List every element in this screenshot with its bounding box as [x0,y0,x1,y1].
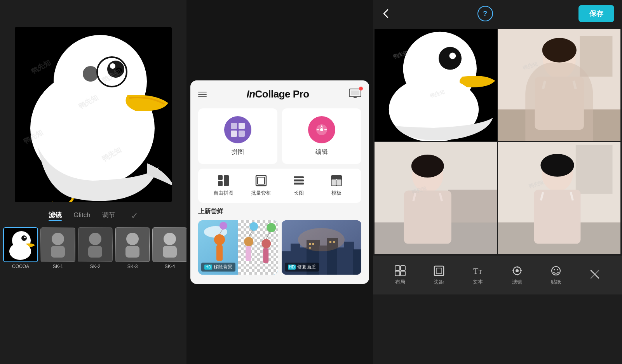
tab-glitch[interactable]: Glitch [73,211,90,221]
svg-rect-104 [575,145,612,194]
edit-label: 编辑 [315,148,328,156]
svg-rect-44 [331,179,336,186]
svg-rect-18 [88,246,102,258]
svg-line-91 [573,81,575,89]
svg-point-126 [557,269,558,270]
grid-cell-duck[interactable]: 鸭先知 鸭先知 [375,29,497,141]
puzzle-icon [230,122,246,138]
svg-point-4 [107,61,124,78]
long-image-item[interactable]: 长图 [280,175,317,197]
filter-item-cocoa[interactable]: COCOA [3,227,38,269]
svg-rect-45 [337,179,341,186]
free-puzzle-item[interactable]: 自由拼图 [204,175,242,197]
hamburger-menu[interactable] [198,92,207,97]
filter-item-sk1[interactable]: SK-1 [40,227,75,269]
template-icon [331,175,342,186]
new-section-row: HD 移除背景 [198,220,361,275]
svg-rect-39 [294,176,304,178]
sticker-icon [551,265,561,276]
filter-label-cocoa: COCOA [12,264,29,269]
back-button[interactable] [381,8,392,19]
puzzle-feature-card[interactable]: 拼图 [198,108,277,164]
svg-point-80 [439,47,462,70]
modal-title-pro: Pro [293,88,309,100]
remove-bg-card[interactable]: HD 移除背景 [198,220,278,275]
bottom-toolbar: 布局 边距 T T 文本 滤镜 [373,256,622,294]
filter-thumb-sk1 [40,227,75,262]
toolbar-filter[interactable]: 滤镜 [512,265,523,286]
svg-rect-95 [448,190,497,222]
svg-rect-41 [294,183,304,185]
filter-icon [512,265,523,276]
hamburger-line-3 [198,96,207,97]
svg-rect-112 [395,271,400,276]
filter-item-sk3[interactable]: SK-3 [115,227,150,269]
svg-point-124 [552,266,560,275]
batch-frame-item[interactable]: 批量套框 [242,175,280,197]
svg-rect-59 [263,248,268,263]
svg-line-90 [543,81,545,89]
filter-item-sk2[interactable]: SK-2 [78,227,113,269]
svg-rect-97 [404,191,451,244]
toolbar-text[interactable]: T T 文本 [472,265,483,286]
edit-icon [314,122,329,138]
filter-item-sk4[interactable]: SK-4 [152,227,186,269]
svg-rect-88 [535,77,584,130]
header-right [349,88,361,101]
remove-bg-label-icon: HD [204,265,212,270]
layout-icon [395,265,406,276]
left-panel: 鸭先知 鸭先知 鸭先知 鸭先知 鸭先知 滤镜 Glitch 调节 ✓ [0,0,186,364]
filter-label-sk3: SK-3 [127,264,138,269]
svg-point-7 [83,66,98,82]
svg-rect-110 [395,266,400,270]
grid-cell-person-1[interactable]: 鸭先知 [498,29,621,141]
tab-filter[interactable]: 滤镜 [49,211,62,221]
edit-feature-card[interactable]: 编辑 [282,108,361,164]
svg-point-14 [52,233,64,245]
svg-point-11 [24,237,26,238]
svg-rect-111 [401,266,405,270]
tab-adjust[interactable]: 调节 [102,211,115,221]
svg-point-17 [89,233,101,245]
toolbar-extra[interactable] [589,269,600,282]
puzzle-icon-circle [224,116,251,143]
svg-rect-35 [218,181,223,186]
toolbar-sticker-label: 贴纸 [551,279,561,286]
toolbar-filter-label: 滤镜 [512,279,522,286]
svg-rect-30 [231,131,237,137]
help-button[interactable]: ? [477,6,493,21]
filter-thumb-cocoa [3,227,38,262]
svg-text:T: T [479,269,482,275]
confirm-button[interactable]: ✓ [131,211,138,221]
grid-cell-person-2[interactable]: 鸭先知 [375,142,497,254]
puzzle-label: 拼图 [232,148,244,156]
restore-quality-label-icon: HD [288,265,296,270]
long-image-icon [293,175,305,186]
batch-frame-icon [255,175,267,186]
svg-point-125 [554,269,555,270]
grid-cell-person-3[interactable]: 鸭先知 [498,142,621,254]
toolbar-sticker[interactable]: 贴纸 [551,265,561,286]
remove-bg-text: 移除背景 [214,264,232,270]
template-item[interactable]: 模板 [317,175,355,197]
toolbar-border[interactable]: 边距 [434,265,444,286]
notification-dot [359,87,363,91]
modal-header: InCollage Pro [198,88,361,101]
device-icon-wrapper [349,88,361,101]
toolbar-text-label: 文本 [473,279,483,286]
svg-point-57 [249,222,258,231]
svg-point-23 [164,233,176,245]
filter-thumb-sk2 [78,227,113,262]
svg-point-119 [516,269,519,272]
remove-bg-label: HD 移除背景 [201,263,235,272]
filter-strip: COCOA SK-1 SK-2 [0,227,186,269]
svg-rect-40 [294,179,304,181]
edit-icon-circle [308,116,335,143]
restore-quality-card[interactable]: HD 修复画质 [282,220,361,275]
save-button[interactable]: 保存 [578,5,614,22]
svg-rect-27 [354,97,357,98]
free-puzzle-label: 自由拼图 [213,190,233,197]
svg-rect-21 [125,246,139,258]
filter-label-sk1: SK-1 [53,264,63,269]
toolbar-layout[interactable]: 布局 [395,265,406,286]
